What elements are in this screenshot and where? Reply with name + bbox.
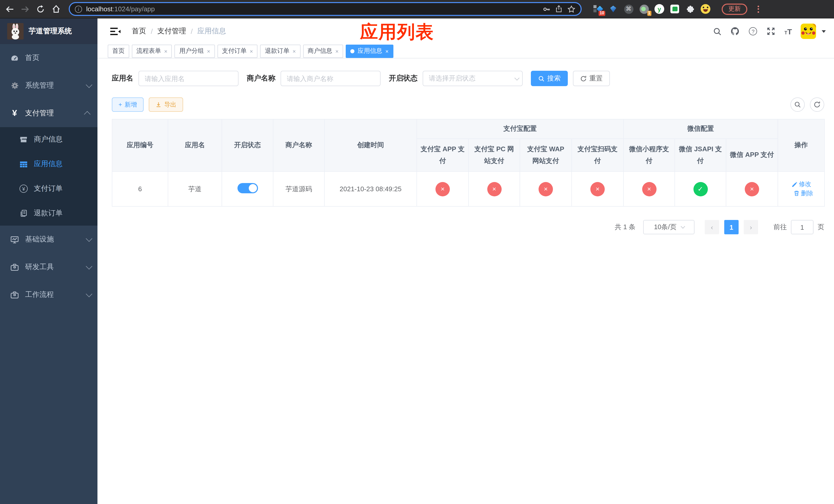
tag-pay-order[interactable]: 支付订单× [218,44,258,58]
sidebar-item-app-info[interactable]: 应用信息 [0,152,97,176]
column-header: 支付宝 APP 支付 [417,139,468,171]
close-icon[interactable]: × [335,48,339,54]
status-alipay-app: × [436,182,450,196]
documents-icon [20,209,28,217]
tag-process-form[interactable]: 流程表单× [132,44,172,58]
extension-meeting-icon[interactable]: 1 [639,4,649,14]
screen: i localhost:1024/pay/app 10 ⌘ 1 y [0,0,834,504]
sidebar-item-refund-order[interactable]: 退款订单 [0,201,97,226]
tag-merchant-info[interactable]: 商户信息× [303,44,344,58]
browser-menu-icon[interactable] [758,5,759,13]
help-icon[interactable]: ? [749,27,758,36]
sidebar-collapse-icon[interactable] [110,27,120,36]
breadcrumb-current: 应用信息 [197,27,226,36]
extension-chat-icon[interactable] [670,4,680,14]
pagination: 共 1 条 10条/页 ‹ 1 › 前往 页 [112,220,824,234]
back-icon[interactable] [5,4,14,14]
sidebar-item-label: 基础设施 [25,235,54,244]
sidebar-item-label: 系统管理 [25,81,54,90]
close-icon[interactable]: × [164,48,168,54]
add-button[interactable]: + 新增 [112,97,144,112]
tag-refund-order[interactable]: 退款订单× [260,44,301,58]
app-title: 芋道管理系统 [29,27,72,36]
app-name-label: 应用名 [112,74,133,83]
user-avatar[interactable] [801,24,816,39]
close-icon[interactable]: × [250,48,253,54]
page-number-1[interactable]: 1 [724,220,739,234]
extension-y-icon[interactable]: y [655,4,664,14]
close-icon[interactable]: × [207,48,210,54]
active-dot [350,49,354,53]
sidebar-item-label: 支付订单 [34,184,63,193]
column-header: 支付宝 PC 网站支付 [468,139,520,171]
search-button[interactable]: 搜索 [531,71,568,86]
next-page-button[interactable]: › [744,220,758,234]
github-icon[interactable] [731,27,740,36]
prev-page-button[interactable]: ‹ [705,220,719,234]
chevron-down-icon [86,291,92,297]
column-header: 创建时间 [324,119,417,171]
sidebar-item-home[interactable]: 首页 [0,44,97,72]
enable-switch[interactable] [237,183,258,193]
chevron-down-icon [86,263,92,269]
top-navbar: 首页 / 支付管理 / 应用信息 应用列表 ? [97,19,834,44]
reset-button[interactable]: 重置 [573,71,610,86]
close-icon[interactable]: × [385,48,389,54]
dashboard-icon [10,53,19,62]
merchant-name-input[interactable] [281,71,380,86]
profile-emoji-icon[interactable] [701,4,710,14]
export-button[interactable]: 导出 [149,97,183,112]
total-count: 共 1 条 [615,223,636,232]
logo-avatar [7,23,24,40]
column-header: 支付宝扫码支付 [572,139,623,171]
toggle-search-button[interactable] [790,97,805,112]
extension-blocks-icon[interactable]: 10 [593,4,603,14]
avatar-caret-icon[interactable] [822,30,826,32]
close-icon[interactable]: × [293,48,296,54]
goto-page-input[interactable] [791,220,813,234]
site-info-icon[interactable]: i [75,5,82,13]
reload-icon[interactable] [36,4,45,14]
breadcrumb-home[interactable]: 首页 [132,27,146,36]
extensions-puzzle-icon[interactable] [685,4,695,14]
status-select[interactable]: 请选择开启状态 [423,71,523,86]
logo: 芋道管理系统 [0,19,97,44]
font-size-icon[interactable]: TT [785,27,792,35]
sidebar-item-merchant-info[interactable]: 商户信息 [0,127,97,152]
extension-gem-icon[interactable] [608,4,618,14]
update-button[interactable]: 更新 [722,3,747,15]
column-header: 支付宝 WAP 网站支付 [520,139,572,171]
toolbox-icon [10,263,19,272]
browser-toolbar: i localhost:1024/pay/app 10 ⌘ 1 y [0,0,834,19]
sidebar-item-system[interactable]: 系统管理 [0,72,97,99]
share-icon[interactable] [555,5,563,13]
app-name-input[interactable] [138,71,239,86]
home-icon[interactable] [51,4,61,14]
sidebar-item-pay-order[interactable]: ¥ 支付订单 [0,176,97,201]
tag-home[interactable]: 首页 [108,44,129,58]
sidebar-item-workflow[interactable]: 工作流程 [0,281,97,308]
fullscreen-icon[interactable] [767,27,776,36]
navbar-actions: ? TT [713,24,826,39]
column-header: 微信小程序支付 [623,139,675,171]
page-size-select[interactable]: 10条/页 [643,220,695,234]
search-icon[interactable] [713,27,722,36]
extension-badge: 10 [598,11,605,16]
sidebar-item-infrastructure[interactable]: 基础设施 [0,226,97,253]
edit-link[interactable]: 修改 [791,180,811,189]
delete-link[interactable]: 删除 [793,189,813,198]
forward-icon[interactable] [21,4,30,14]
url-bar[interactable]: i localhost:1024/pay/app [69,2,581,16]
chevron-down-icon [86,81,92,88]
red-annotation-text: 应用列表 [360,20,434,44]
sidebar-item-payment[interactable]: ¥ 支付管理 [0,99,97,127]
sidebar-item-dev-tools[interactable]: 研发工具 [0,253,97,281]
tag-app-info-active[interactable]: 应用信息× [346,44,393,58]
page-unit-label: 页 [818,223,824,232]
bookmark-star-icon[interactable] [567,5,575,13]
column-header: 微信 APP 支付 [726,139,778,171]
extension-command-icon[interactable]: ⌘ [624,4,633,14]
tag-user-group[interactable]: 用户分组× [175,44,215,58]
password-key-icon[interactable] [543,5,551,13]
refresh-button[interactable] [810,97,824,112]
